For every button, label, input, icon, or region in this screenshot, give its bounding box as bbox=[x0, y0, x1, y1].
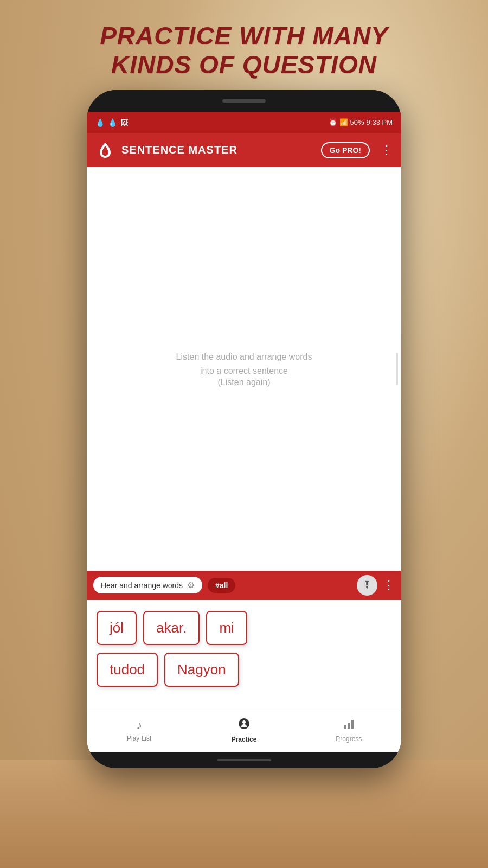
phone-frame: 💧 💧 🖼 ⏰ 📶 50% 9:33 PM SENTENCE MASTER Go… bbox=[87, 90, 401, 768]
listen-again-text[interactable]: (Listen again) bbox=[218, 378, 271, 387]
nav-item-progress[interactable]: Progress bbox=[297, 718, 401, 743]
status-bar: 💧 💧 🖼 ⏰ 📶 50% 9:33 PM bbox=[87, 112, 401, 133]
svg-rect-2 bbox=[344, 725, 346, 729]
word-tiles-area: jól akar. mi tudod Nagyon bbox=[87, 600, 401, 709]
alarm-icon: ⏰ bbox=[329, 118, 337, 126]
word-row-2: tudod Nagyon bbox=[97, 653, 391, 687]
drop-icon-1: 💧 bbox=[95, 118, 105, 127]
drop-icon-2: 💧 bbox=[108, 118, 117, 127]
svg-rect-3 bbox=[348, 723, 350, 729]
content-area: Listen the audio and arrange words into … bbox=[87, 167, 401, 752]
gear-icon[interactable]: ⚙ bbox=[187, 580, 195, 590]
image-icon: 🖼 bbox=[120, 118, 128, 127]
instruction-text-line2: into a correct sentence bbox=[200, 364, 288, 378]
go-pro-button[interactable]: Go PRO! bbox=[321, 142, 370, 158]
nav-label-playlist: Play List bbox=[127, 735, 151, 742]
mode-bar: Hear and arrange words ⚙ #all 🎙 ⋮ bbox=[87, 571, 401, 600]
phone-bottom-bezel bbox=[87, 752, 401, 768]
word-row-1: jól akar. mi bbox=[97, 611, 391, 645]
practice-icon bbox=[237, 717, 251, 733]
app-title-text: SENTENCE MASTER bbox=[121, 144, 314, 156]
bottom-nav: ♪ Play List Practice bbox=[87, 709, 401, 752]
word-tile-mi[interactable]: mi bbox=[206, 611, 247, 645]
progress-icon bbox=[343, 718, 355, 733]
app-bar: SENTENCE MASTER Go PRO! ⋮ bbox=[87, 133, 401, 167]
app-logo-icon bbox=[95, 141, 115, 160]
playlist-icon: ♪ bbox=[136, 718, 142, 732]
time-text: 9:33 PM bbox=[367, 118, 393, 126]
word-tile-akar[interactable]: akar. bbox=[143, 611, 200, 645]
word-tile-jol[interactable]: jól bbox=[97, 611, 137, 645]
nav-label-progress: Progress bbox=[336, 735, 362, 743]
word-tile-tudod[interactable]: tudod bbox=[97, 653, 158, 687]
mode-label: Hear and arrange words bbox=[101, 581, 183, 590]
status-right-info: ⏰ 📶 50% 9:33 PM bbox=[329, 118, 393, 126]
instruction-text-line1: Listen the audio and arrange words bbox=[176, 350, 312, 364]
home-indicator bbox=[217, 759, 271, 761]
mode-chip[interactable]: Hear and arrange words ⚙ bbox=[93, 577, 202, 593]
word-tile-nagyon[interactable]: Nagyon bbox=[164, 653, 239, 687]
wood-surface bbox=[0, 760, 488, 868]
phone-top-bezel bbox=[87, 90, 401, 112]
status-left-icons: 💧 💧 🖼 bbox=[95, 118, 128, 127]
svg-point-1 bbox=[242, 720, 246, 724]
nav-item-practice[interactable]: Practice bbox=[191, 717, 296, 743]
nav-label-practice: Practice bbox=[232, 736, 257, 743]
battery-text: 50% bbox=[350, 118, 364, 126]
scroll-indicator bbox=[396, 353, 398, 385]
page-title: PRACTICE WITH MANY KINDS OF QUESTION bbox=[54, 22, 434, 79]
phone-speaker bbox=[222, 99, 266, 103]
wifi-icon: 📶 bbox=[339, 118, 348, 126]
mode-bar-more-icon[interactable]: ⋮ bbox=[383, 578, 395, 592]
nav-item-playlist[interactable]: ♪ Play List bbox=[87, 718, 191, 742]
app-bar-more-icon[interactable]: ⋮ bbox=[381, 143, 393, 157]
svg-rect-4 bbox=[351, 720, 354, 729]
hash-chip[interactable]: #all bbox=[208, 578, 235, 593]
mic-button[interactable]: 🎙 bbox=[357, 575, 377, 596]
sentence-area: Listen the audio and arrange words into … bbox=[87, 167, 401, 571]
